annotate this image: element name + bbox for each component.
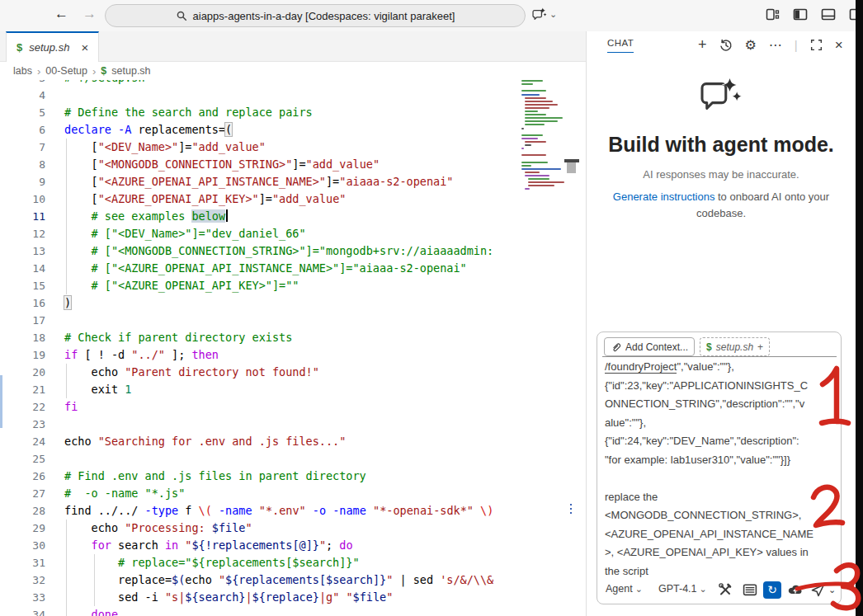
copilot-menu-button[interactable]: ⌄ xyxy=(532,7,557,21)
code-line[interactable]: 3# !/setup.sh xyxy=(0,80,578,87)
mode-picker[interactable]: Agent ⌄ xyxy=(606,583,643,595)
back-arrow-icon[interactable]: ← xyxy=(54,6,68,22)
code-line[interactable]: 34 done xyxy=(0,606,578,616)
add-context-label: Add Context... xyxy=(625,341,688,353)
code-line[interactable]: 7 ["<DEV_Name>"]="add_value" xyxy=(0,139,578,156)
line-number: 7 xyxy=(0,139,45,156)
new-chat-icon[interactable]: + xyxy=(698,36,707,54)
current-file-chip[interactable]: $ setup.sh + xyxy=(700,337,770,356)
shell-file-icon: $ xyxy=(17,41,22,54)
code-line[interactable]: 17 xyxy=(0,312,578,329)
toggle-panel-icon[interactable] xyxy=(821,7,836,21)
minimap-line xyxy=(521,138,538,139)
add-context-button[interactable]: Add Context... xyxy=(604,337,695,356)
chat-input-text-line: {"id":24,"key":"DEV_Name","description": xyxy=(605,432,836,451)
tab-setup-sh[interactable]: $ setup.sh × xyxy=(6,31,99,62)
code-line[interactable]: 6declare -A replacements=( xyxy=(0,121,578,139)
chevron-right-icon: › xyxy=(92,65,96,78)
tools-icon[interactable] xyxy=(718,582,733,597)
code-line[interactable]: 18# Check if parent directory exists xyxy=(0,329,578,346)
code-line[interactable]: 9 ["<AZURE_OPENAI_API_INSTANCE_NAME>"]="… xyxy=(0,173,578,190)
code-line[interactable]: 26# Find .env and .js files in parent di… xyxy=(0,468,578,485)
chat-welcome: Build with agent mode. AI responses may … xyxy=(587,77,856,221)
breadcrumb-item-file[interactable]: setup.sh xyxy=(111,65,150,77)
breadcrumb-item-labs[interactable]: labs xyxy=(13,65,32,77)
line-number: 15 xyxy=(0,277,45,294)
code-line[interactable]: 10 ["<AZURE_OPENAI_API_KEY>"]="add_value… xyxy=(0,190,578,208)
file-chip-label: setup.sh xyxy=(716,341,753,353)
code-line[interactable]: 20 echo "Parent directory not found!" xyxy=(0,364,578,381)
code-line[interactable]: 21 exit 1 xyxy=(0,381,578,398)
minimap-line xyxy=(521,162,548,163)
code-line[interactable]: 31 # replace="${replacements[$search]}" xyxy=(0,554,578,571)
customize-layout-icon[interactable] xyxy=(766,7,780,21)
minimap-line xyxy=(525,144,531,146)
chat-input-box[interactable]: Add Context... $ setup.sh + /foundryProj… xyxy=(597,332,842,604)
chat-input-text-line: alue":""}, xyxy=(605,414,836,433)
cloud-delegate-icon[interactable] xyxy=(787,582,804,597)
code-line[interactable]: 22fi xyxy=(0,398,578,416)
minimap-line xyxy=(525,120,558,122)
code-line[interactable]: 5# Define the search and replace pairs xyxy=(0,104,578,121)
address-bar[interactable]: aiapps-agents-in-a-day [Codespaces: vigi… xyxy=(105,4,526,27)
code-line[interactable]: 23 xyxy=(0,416,578,433)
minimap-line xyxy=(525,117,563,119)
history-icon[interactable] xyxy=(719,39,733,52)
minimap-line xyxy=(521,148,524,149)
copilot-icon xyxy=(532,7,547,21)
code-line[interactable]: 16) xyxy=(0,294,578,312)
list-icon[interactable] xyxy=(743,582,757,597)
attach-file-plus-icon[interactable]: + xyxy=(757,341,763,353)
line-number: 24 xyxy=(0,433,45,450)
code-line[interactable]: 25 xyxy=(0,450,578,468)
tab-chat[interactable]: CHAT xyxy=(607,38,634,53)
chat-input-text[interactable]: /foundryProject","value":""},{"id":23,"k… xyxy=(605,358,836,581)
generate-instructions-link[interactable]: Generate instructions xyxy=(613,190,715,203)
close-tab-icon[interactable]: × xyxy=(81,40,88,54)
auto-approve-toggle[interactable]: ↻ xyxy=(763,581,781,599)
maximize-panel-icon[interactable] xyxy=(810,39,823,51)
breadcrumb-item-00-setup[interactable]: 00-Setup xyxy=(45,65,87,77)
line-number: 13 xyxy=(0,242,45,260)
code-line[interactable]: 24echo "Searching for .env and .js files… xyxy=(0,433,578,450)
code-line[interactable]: 12 # ["<DEV_Name>"]="dev_daniel_66" xyxy=(0,225,578,242)
code-line[interactable]: 15 # ["<AZURE_OPENAI_API_KEY>"]="" xyxy=(0,277,578,294)
send-options-chevron-icon[interactable]: ⌄ xyxy=(828,585,836,595)
code-line[interactable]: 27# -o -name "*.js" xyxy=(0,485,578,502)
more-actions-icon[interactable]: ⋯ xyxy=(769,37,782,53)
code-line[interactable]: 29 echo "Processing: $file" xyxy=(0,520,578,537)
editor-scrollbar[interactable] xyxy=(564,80,579,616)
line-number: 19 xyxy=(0,346,45,364)
minimap-line xyxy=(525,114,546,115)
gear-icon[interactable]: ⚙ xyxy=(745,37,757,53)
chat-input-text-line xyxy=(605,469,836,488)
code-line[interactable]: 28find ../../ -type f \( -name "*.env" -… xyxy=(0,502,578,520)
chat-input-text-line: {"id":23,"key":"APPLICATIONINSIGHTS_C xyxy=(605,377,836,396)
indent-guide xyxy=(94,554,95,606)
chat-header: CHAT + ⚙ ⋯ | × xyxy=(587,31,856,58)
forward-arrow-icon[interactable]: → xyxy=(83,6,97,22)
code-line[interactable]: 19if [ ! -d "../" ]; then xyxy=(0,346,578,364)
close-panel-icon[interactable]: × xyxy=(835,37,843,54)
code-editor[interactable]: 3# !/setup.sh45# Define the search and r… xyxy=(0,80,587,616)
minimap-line xyxy=(528,178,549,180)
toggle-left-sidebar-icon[interactable] xyxy=(793,7,808,21)
code-line[interactable]: 14 # ["<AZURE_OPENAI_API_INSTANCE_NAME>"… xyxy=(0,260,578,277)
chat-input-toolbar: Agent ⌄ GPT-4.1 ⌄ ↻ ⌄ xyxy=(597,579,841,602)
browser-top-bar: ← → aiapps-agents-in-a-day [Codespaces: … xyxy=(0,0,863,32)
send-icon[interactable] xyxy=(810,582,826,598)
code-line[interactable]: 4 xyxy=(0,87,578,104)
overview-info-dot xyxy=(570,512,572,514)
shell-file-icon: $ xyxy=(706,341,712,353)
code-line[interactable]: 32 replace=$(echo "${replacements[$searc… xyxy=(0,571,578,589)
code-line[interactable]: 11 # see examples below xyxy=(0,208,578,225)
line-number: 30 xyxy=(0,537,45,554)
model-picker[interactable]: GPT-4.1 ⌄ xyxy=(658,583,707,595)
code-line[interactable]: 13 # ["<MONGODB_CONNECTION_STRING>"]="mo… xyxy=(0,242,578,260)
line-number: 32 xyxy=(0,571,45,589)
welcome-heading: Build with agent mode. xyxy=(587,133,856,157)
code-line[interactable]: 33 sed -i "s|${search}|${replace}|g" "$f… xyxy=(0,589,578,606)
code-line[interactable]: 8 ["<MONGODB_CONNECTION_STRING>"]="add_v… xyxy=(0,156,578,173)
minimap-line xyxy=(521,165,531,167)
code-line[interactable]: 30 for search in "${!replacements[@]}"; … xyxy=(0,537,578,554)
